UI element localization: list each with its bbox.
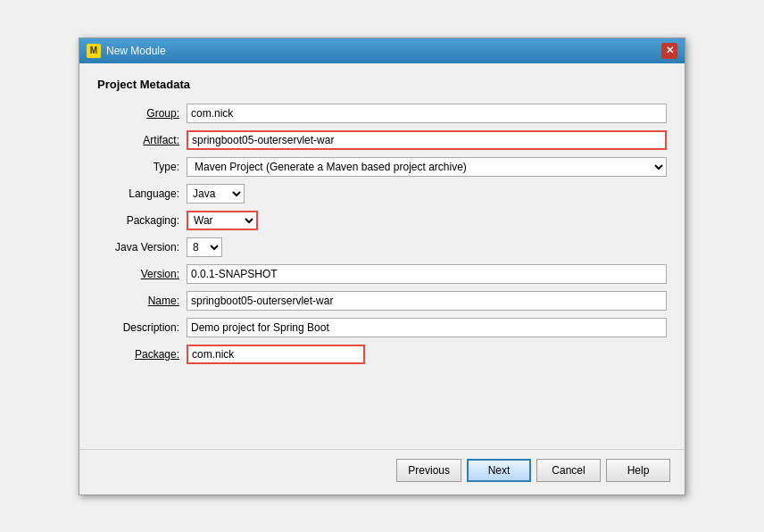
packaging-label: Packaging:	[97, 214, 187, 227]
artifact-input[interactable]	[187, 130, 667, 150]
description-label: Description:	[97, 321, 187, 334]
group-input[interactable]	[187, 104, 667, 123]
language-row: Language: Java Kotlin Groovy	[97, 184, 667, 204]
title-bar: M New Module ✕	[79, 38, 685, 63]
name-input[interactable]	[187, 291, 667, 311]
type-row: Type: Maven Project (Generate a Maven ba…	[97, 157, 667, 177]
group-label: Group:	[97, 107, 187, 120]
new-module-dialog: M New Module ✕ Project Metadata Group: A…	[79, 37, 685, 495]
next-button[interactable]: Next	[467, 459, 531, 482]
java-version-label: Java Version:	[97, 241, 187, 254]
type-label: Type:	[97, 161, 187, 173]
java-version-row: Java Version: 8 11 17	[97, 237, 667, 257]
description-input[interactable]	[187, 318, 667, 337]
packaging-row: Packaging: Jar War	[97, 211, 667, 230]
language-select[interactable]: Java Kotlin Groovy	[187, 184, 245, 204]
module-icon: M	[87, 44, 101, 58]
language-label: Language:	[97, 187, 187, 200]
package-input[interactable]	[187, 345, 365, 364]
cancel-button[interactable]: Cancel	[536, 459, 601, 482]
dialog-body: Project Metadata Group: Artifact: Type: …	[79, 63, 685, 449]
help-button[interactable]: Help	[606, 459, 670, 482]
description-row: Description:	[97, 318, 667, 337]
package-row: Package:	[97, 345, 667, 364]
previous-button[interactable]: Previous	[396, 459, 461, 482]
java-version-select[interactable]: 8 11 17	[187, 237, 222, 257]
version-input[interactable]	[187, 264, 667, 284]
version-row: Version:	[97, 264, 667, 284]
button-bar: Previous Next Cancel Help	[79, 449, 685, 495]
packaging-select[interactable]: Jar War	[187, 211, 258, 230]
artifact-row: Artifact:	[97, 130, 667, 150]
dialog-title: New Module	[106, 45, 166, 57]
name-row: Name:	[97, 291, 667, 311]
type-select[interactable]: Maven Project (Generate a Maven based pr…	[187, 157, 667, 177]
group-row: Group:	[97, 104, 667, 123]
name-label: Name:	[97, 295, 187, 307]
artifact-label: Artifact:	[97, 134, 187, 146]
title-bar-left: M New Module	[87, 44, 166, 58]
section-title: Project Metadata	[97, 78, 667, 91]
version-label: Version:	[97, 268, 187, 280]
close-button[interactable]: ✕	[661, 43, 677, 59]
content-area: Project Metadata Group: Artifact: Type: …	[97, 78, 667, 435]
package-label: Package:	[97, 348, 187, 361]
